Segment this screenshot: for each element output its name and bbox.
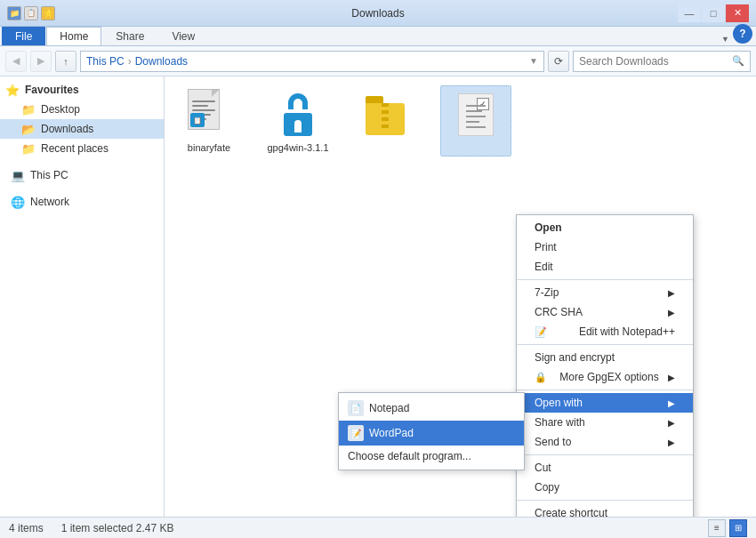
star-icon: ⭐ [5,83,20,97]
file-icon-zip [366,89,408,139]
minimize-button[interactable]: — [678,4,701,22]
file-item-binaryfate[interactable]: 📋 binaryfate [173,85,245,157]
back-button[interactable]: ◀ [5,51,27,72]
ctx-more-gpgex[interactable]: 🔒 More GpgEX options ▶ [517,367,693,387]
address-dropdown-arrow[interactable]: ▼ [529,56,538,66]
ctx-edit-notepad-label: Edit with Notepad++ [579,325,675,338]
file-grid: 📋 binaryfate gpg4win-3.1.1 [173,85,747,157]
ctx-7zip[interactable]: 7-Zip ▶ [517,283,693,302]
sidebar-downloads-label: Downloads [41,123,93,135]
ctx-edit[interactable]: Edit [517,257,693,277]
status-items-count: 4 items [9,522,44,534]
sidebar-section-favourites: ⭐ Favourites [0,80,164,100]
tab-home[interactable]: Home [46,27,101,45]
ctx-cut[interactable]: Cut [517,458,693,478]
ctx-send-to-arrow: ▶ [668,438,675,447]
search-icon: 🔍 [732,55,744,67]
computer-icon: 💻 [11,168,25,182]
status-selected-info: 1 item selected 2.47 KB [61,522,174,534]
sidebar-network-label: Network [30,196,69,208]
file-item-gpg4win[interactable]: gpg4win-3.1.1 [262,85,334,157]
ctx-crc-sha[interactable]: CRC SHA ▶ [517,302,693,322]
window-controls: — □ ✕ [678,4,749,22]
folder-icon-recent: 📁 [21,141,36,156]
search-box[interactable]: 🔍 [573,51,751,72]
status-bar: 4 items 1 item selected 2.47 KB ≡ ⊞ [0,517,756,538]
refresh-button[interactable]: ⟳ [548,51,569,72]
ribbon-expand-arrow[interactable]: ▼ [721,35,729,44]
content-area: 📋 binaryfate gpg4win-3.1.1 [165,76,756,517]
sidebar-favourites-label: Favourites [25,84,79,96]
sidebar-item-this-pc[interactable]: 💻 This PC [0,165,164,185]
title-bar-icons: 📁 📋 ⭐ [7,6,55,20]
search-input[interactable] [579,55,732,68]
maximize-button[interactable]: □ [702,4,725,22]
ctx-print[interactable]: Print [517,237,693,257]
sidebar-item-downloads[interactable]: 📂 Downloads [0,119,164,139]
tab-view[interactable]: View [158,27,208,45]
sidebar-desktop-label: Desktop [41,103,80,116]
ctx-open[interactable]: Open [517,218,693,237]
ctx-gpgex-arrow: ▶ [668,373,675,382]
submenu-notepad-label: Notepad [369,402,409,414]
submenu-open-with: 📄 Notepad 📝 WordPad Choose default progr… [338,392,525,470]
sidebar-item-network[interactable]: 🌐 Network [0,192,164,212]
context-menu: Open Print Edit 7-Zip ▶ CRC SHA ▶ 📝 Edit… [516,214,694,517]
folder-icon-downloads: 📂 [21,122,36,136]
file-label-binaryfate: binaryfate [188,142,230,153]
title-bar-left: 📁 📋 ⭐ [7,6,55,20]
ctx-open-with[interactable]: Open with ▶ [517,393,693,413]
address-sep-1: › [128,55,132,68]
file-icon-txt: ✓ [454,90,497,140]
tab-file[interactable]: File [2,27,45,45]
file-icon-gpg [277,89,319,139]
ctx-divider-3 [517,389,693,390]
ctx-copy[interactable]: Copy [517,478,693,497]
ctx-share-with[interactable]: Share with ▶ [517,413,693,432]
file-label-gpg4win: gpg4win-3.1.1 [267,142,328,153]
ctx-send-to-label: Send to [535,436,571,448]
ctx-send-to[interactable]: Send to ▶ [517,432,693,452]
sidebar-item-desktop[interactable]: 📁 Desktop [0,100,164,119]
close-button[interactable]: ✕ [726,4,749,22]
ctx-divider-5 [517,500,693,501]
window-title: Downloads [351,7,404,20]
ctx-share-with-arrow: ▶ [668,418,675,428]
address-part-this-pc[interactable]: This PC [86,55,125,68]
ctx-divider-2 [517,344,693,345]
submenu-choose-default[interactable]: Choose default program... [339,446,524,467]
ctx-open-with-label: Open with [535,397,583,409]
title-bar: 📁 📋 ⭐ Downloads — □ ✕ [0,0,756,27]
app-icon-2: 📋 [24,6,38,20]
view-grid-button[interactable]: ⊞ [729,519,747,537]
quick-access-icon: ⭐ [41,6,55,20]
tab-share[interactable]: Share [102,27,157,45]
ctx-crc-label: CRC SHA [535,306,583,318]
sidebar-this-pc-label: This PC [30,169,68,181]
sidebar: ⭐ Favourites 📁 Desktop 📂 Downloads 📁 Rec… [0,76,165,517]
help-button[interactable]: ? [733,24,752,44]
ctx-create-shortcut[interactable]: Create shortcut [517,503,693,517]
app-icon-1: 📁 [7,6,21,20]
address-part-downloads[interactable]: Downloads [135,55,188,68]
up-button[interactable]: ↑ [55,51,76,72]
ctx-notepad-icon: 📝 [535,326,547,338]
submenu-notepad-icon: 📄 [348,400,364,416]
forward-button[interactable]: ▶ [30,51,52,72]
submenu-wordpad-label: WordPad [369,427,414,439]
submenu-wordpad[interactable]: 📝 WordPad [339,421,524,446]
view-list-button[interactable]: ≡ [708,519,726,537]
submenu-choose-default-label: Choose default program... [348,450,471,462]
ctx-divider-1 [517,279,693,280]
file-item-zip[interactable] [351,85,422,157]
ribbon-tabs: File Home Share View ▼ ? [0,27,756,46]
ctx-divider-4 [517,454,693,455]
sidebar-recent-label: Recent places [41,142,109,155]
submenu-notepad[interactable]: 📄 Notepad [339,396,524,421]
sidebar-item-recent-places[interactable]: 📁 Recent places [0,139,164,158]
ctx-sign-encrypt[interactable]: Sign and encrypt [517,348,693,367]
file-item-txt[interactable]: ✓ [440,85,511,157]
ctx-edit-notepad[interactable]: 📝 Edit with Notepad++ [517,322,693,341]
address-bar[interactable]: This PC › Downloads ▼ [80,51,544,72]
ctx-7zip-arrow: ▶ [668,288,675,298]
